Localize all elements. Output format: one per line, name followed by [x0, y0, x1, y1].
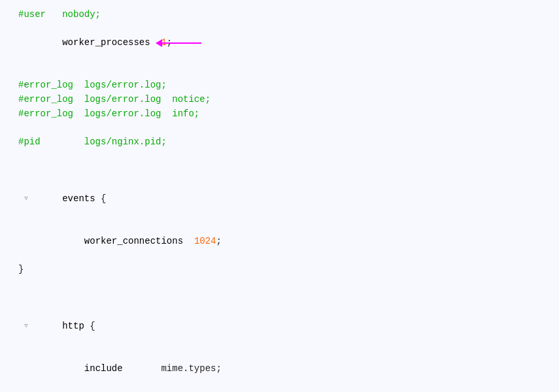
empty-line-15: [18, 291, 549, 306]
editor-container[interactable]: #user nobody; worker_processes 1; ▷ #err…: [0, 0, 559, 392]
line-8-content: #pid logs/nginx.pid;: [18, 135, 167, 150]
line-events-close: }: [18, 263, 549, 277]
collapse-events[interactable]: ▽: [22, 195, 30, 203]
worker-processes-value: 1: [161, 37, 166, 48]
line-6: #error_log logs/error.log info;: [18, 107, 549, 122]
line-5: #error_log logs/error.log notice;: [18, 93, 549, 107]
line-include-content: include mime.types;: [18, 348, 222, 391]
line-worker-connections: worker_connections 1024;: [18, 220, 549, 263]
code-area: #user nobody; worker_processes 1; ▷ #err…: [0, 5, 559, 392]
line-6-content: #error_log logs/error.log info;: [18, 107, 199, 122]
line-4: ▷ #error_log logs/error.log;: [18, 78, 549, 93]
line-events-open: ▽ events {: [18, 178, 549, 220]
empty-line-14: [18, 277, 549, 291]
line-2-content: worker_processes 1;: [18, 22, 172, 65]
line-1-content: #user nobody;: [18, 8, 101, 22]
line-include: include mime.types;: [18, 348, 549, 391]
line-events-close-content: }: [18, 263, 24, 277]
empty-line-7: [18, 122, 549, 136]
worker-processes-directive: worker_processes: [62, 37, 150, 48]
line-events-content: events {: [18, 178, 106, 220]
line-2: worker_processes 1;: [18, 22, 549, 65]
line-wc-content: worker_connections 1024;: [18, 220, 222, 263]
empty-line-10: [18, 164, 549, 178]
empty-line-9: [18, 150, 549, 164]
line-5-content: #error_log logs/error.log notice;: [18, 93, 211, 107]
empty-line-3: [18, 65, 549, 79]
line-8: #pid logs/nginx.pid;: [18, 135, 549, 150]
collapse-http[interactable]: ▽: [22, 323, 30, 331]
line-http-open: ▽ http {: [18, 305, 549, 348]
collapse-error-log[interactable]: ▷: [22, 82, 30, 90]
line-1: #user nobody;: [18, 8, 549, 22]
line-4-content: #error_log logs/error.log;: [18, 78, 167, 93]
